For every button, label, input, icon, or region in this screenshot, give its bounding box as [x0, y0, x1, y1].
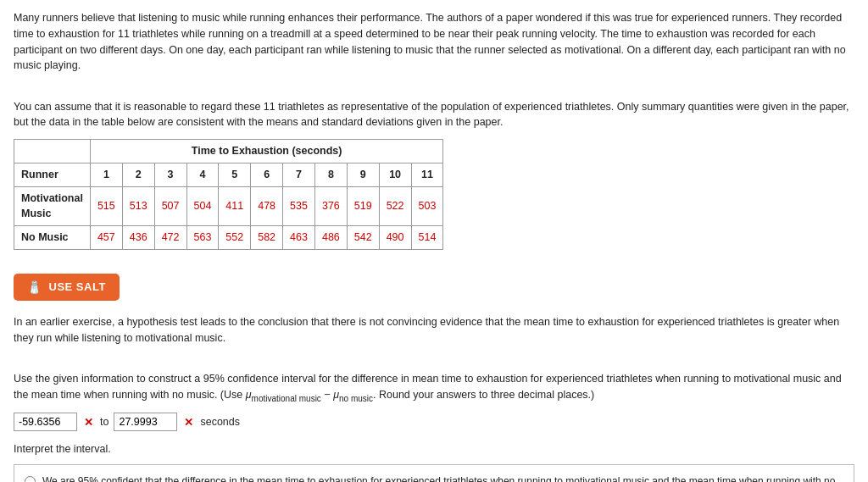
- motivational-music-header: MotivationalMusic: [14, 186, 91, 226]
- exercise-paragraph1: In an earlier exercise, a hypothesis tes…: [14, 314, 854, 346]
- motivational-val-5: 411: [219, 186, 251, 226]
- col-5: 5: [219, 163, 251, 186]
- no-music-val-6: 582: [251, 226, 283, 250]
- motivational-val-7: 535: [283, 186, 315, 226]
- motivational-val-11: 503: [411, 186, 443, 226]
- no-music-val-2: 436: [122, 226, 154, 250]
- no-music-val-11: 514: [411, 226, 443, 250]
- col-11: 11: [411, 163, 443, 186]
- motivational-val-9: 519: [347, 186, 379, 226]
- no-music-val-8: 486: [314, 226, 347, 250]
- col-2: 2: [122, 163, 154, 186]
- motivational-val-8: 376: [314, 186, 347, 226]
- motivational-val-1: 515: [90, 186, 122, 226]
- col-1: 1: [90, 163, 122, 186]
- option-1-text: We are 95% confident that the difference…: [42, 474, 843, 482]
- col-4: 4: [186, 163, 219, 186]
- no-music-val-10: 490: [379, 226, 411, 250]
- motivational-val-4: 504: [186, 186, 219, 226]
- col-8: 8: [314, 163, 347, 186]
- runner-header: Runner: [14, 163, 91, 186]
- interval-upper-input[interactable]: [114, 413, 177, 431]
- no-music-val-5: 552: [219, 226, 251, 250]
- col-10: 10: [379, 163, 411, 186]
- col-9: 9: [347, 163, 379, 186]
- col-3: 3: [154, 163, 186, 186]
- motivational-val-6: 478: [251, 186, 283, 226]
- interpret-label: Interpret the interval.: [14, 441, 854, 457]
- intro-paragraph2: You can assume that it is reasonable to …: [14, 99, 854, 131]
- no-music-val-7: 463: [283, 226, 315, 250]
- col-7: 7: [283, 163, 315, 186]
- clear-upper-button[interactable]: ✕: [182, 416, 195, 429]
- intro-paragraph1: Many runners believe that listening to m…: [14, 10, 854, 74]
- exercise-paragraph2: Use the given information to construct a…: [14, 371, 854, 404]
- motivational-val-10: 522: [379, 186, 411, 226]
- col-6: 6: [251, 163, 283, 186]
- option-1-radio[interactable]: [25, 476, 36, 482]
- to-label: to: [100, 414, 108, 430]
- unit-label: seconds: [200, 414, 240, 430]
- no-music-header: No Music: [14, 226, 91, 250]
- no-music-val-1: 457: [90, 226, 122, 250]
- use-salt-label: USE SALT: [49, 280, 106, 293]
- clear-lower-button[interactable]: ✕: [82, 416, 95, 429]
- no-music-val-9: 542: [347, 226, 379, 250]
- motivational-val-2: 513: [122, 186, 154, 226]
- table-caption: Time to Exhaustion (seconds): [90, 140, 442, 163]
- no-music-val-4: 563: [186, 226, 219, 250]
- use-salt-button[interactable]: 🧂 USE SALT: [14, 274, 120, 301]
- data-table: Time to Exhaustion (seconds) Runner 1 2 …: [14, 139, 854, 250]
- interval-row: ✕ to ✕ seconds: [14, 413, 854, 431]
- motivational-val-3: 507: [154, 186, 186, 226]
- option-1: We are 95% confident that the difference…: [25, 474, 843, 482]
- no-music-val-3: 472: [154, 226, 186, 250]
- interval-lower-input[interactable]: [14, 413, 77, 431]
- options-container: We are 95% confident that the difference…: [14, 464, 854, 482]
- salt-icon: 🧂: [27, 280, 42, 294]
